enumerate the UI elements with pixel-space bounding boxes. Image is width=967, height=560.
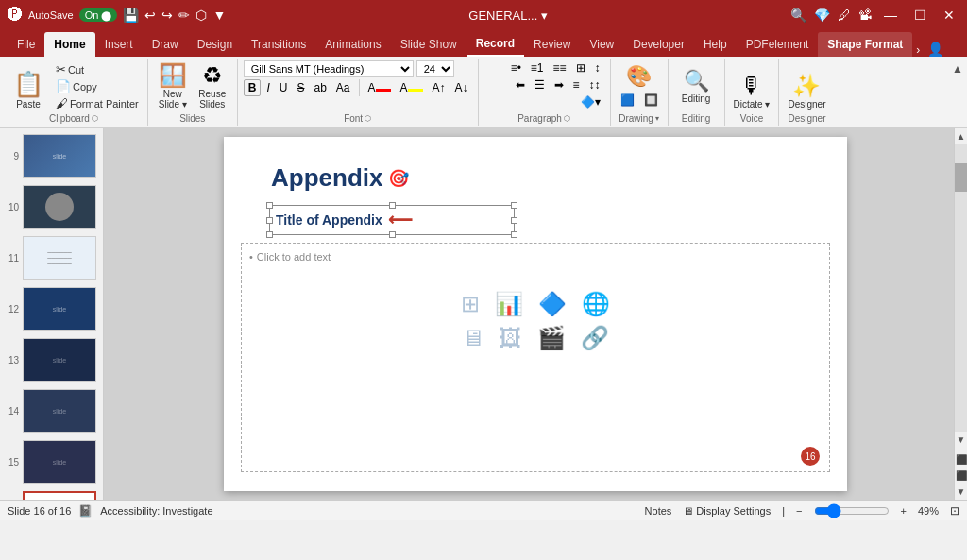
slide-thumb-9[interactable]: 9 slide (4, 132, 99, 179)
video-icon[interactable]: 🎬 (537, 325, 566, 351)
tab-design[interactable]: Design (188, 32, 242, 57)
scroll-track[interactable] (955, 144, 967, 432)
slide-img-10[interactable] (23, 185, 96, 229)
smartart-icon[interactable]: 🔷 (538, 291, 567, 317)
zoom-slider[interactable] (814, 503, 890, 518)
para-expand[interactable]: ⬡ (564, 114, 570, 123)
minimize-btn[interactable]: — (879, 6, 902, 25)
handle-bl[interactable] (266, 231, 273, 238)
justify-button[interactable]: ≡ (569, 77, 584, 93)
font-expand[interactable]: ⬡ (365, 114, 371, 123)
slide-thumb-10[interactable]: 10 (4, 183, 99, 230)
align-left-button[interactable]: ⬅ (512, 77, 529, 93)
slide-thumb-14[interactable]: 14 slide (4, 387, 99, 434)
numbering-button[interactable]: ≡1 (527, 60, 548, 76)
bullets-button[interactable]: ≡• (507, 60, 525, 76)
font-size-decrease[interactable]: A↓ (451, 80, 472, 95)
direction-button[interactable]: ↕ (591, 60, 604, 76)
bold-button[interactable]: B (244, 79, 262, 96)
copy-button[interactable]: 📄Copy (53, 78, 142, 94)
accessibility-text[interactable]: Accessibility: Investigate (100, 505, 212, 517)
tab-transitions[interactable]: Transitions (242, 32, 315, 57)
col-button[interactable]: ⊞ (572, 60, 589, 76)
shapes-icon[interactable]: ⬡ (195, 8, 207, 23)
slide-img-12[interactable]: slide (23, 287, 96, 331)
link-icon[interactable]: 🔗 (581, 325, 609, 351)
scroll-pageup-btn[interactable]: ⬛ (953, 451, 968, 467)
underline-button[interactable]: U (276, 80, 292, 95)
table-icon[interactable]: ⊞ (461, 291, 480, 317)
change-case-button[interactable]: Aa (332, 80, 354, 95)
char-spacing-button[interactable]: ab (310, 80, 330, 95)
slide-thumb-13[interactable]: 13 slide (4, 336, 99, 383)
line-spacing-button[interactable]: ↕↕ (585, 77, 604, 93)
undo-icon[interactable]: ↩ (144, 8, 156, 23)
screenshot-icon[interactable]: 🖥 (462, 325, 484, 351)
drawing-btn1[interactable]: 🟦 (617, 93, 638, 108)
slide-img-11[interactable]: ────────────────── (23, 236, 96, 280)
new-slide-button[interactable]: 🪟 NewSlide ▾ (154, 60, 192, 111)
autosave-badge[interactable]: On ⬤ (79, 8, 118, 22)
handle-bc[interactable] (389, 231, 396, 238)
font-size-select[interactable]: 24 (416, 60, 454, 77)
close-btn[interactable]: ✕ (939, 6, 959, 25)
scroll-bottom-btn[interactable]: ▼ (954, 484, 967, 500)
slide-thumb-15[interactable]: 15 slide (4, 438, 99, 485)
tab-slideshow[interactable]: Slide Show (391, 32, 467, 57)
scroll-up-btn[interactable]: ▲ (954, 128, 967, 144)
cut-button[interactable]: ✂Cut (53, 61, 142, 77)
more-tabs-icon[interactable]: › (916, 43, 920, 57)
slide-img-16[interactable]: Appendix (23, 491, 96, 500)
present-icon[interactable]: 📽 (858, 8, 872, 23)
content-placeholder[interactable]: • Click to add text ⊞ 📊 🔷 🌐 🖥 🖼 🎬 (241, 243, 830, 472)
3d-model-icon[interactable]: 🌐 (582, 291, 610, 317)
font-color-button[interactable]: A (365, 80, 395, 95)
scroll-pagedown-btn[interactable]: ⬛ (953, 467, 968, 484)
tab-file[interactable]: File (8, 32, 44, 57)
font-name-select[interactable]: Gill Sans MT (Headings) (244, 60, 414, 77)
redo-icon[interactable]: ↪ (161, 8, 173, 23)
slide-thumb-16[interactable]: 16 Appendix (4, 489, 99, 500)
zoom-level[interactable]: 49% (918, 505, 939, 517)
tab-pdfelement[interactable]: PDFelement (737, 32, 819, 57)
slide-img-9[interactable]: slide (23, 134, 96, 178)
right-scrollbar[interactable]: ▲ ▼ ⬛ ⬛ ▼ (954, 128, 967, 500)
save-icon[interactable]: 💾 (123, 8, 139, 23)
handle-br[interactable] (511, 231, 517, 238)
picture-icon[interactable]: 🖼 (500, 325, 522, 351)
tab-home[interactable]: Home (44, 32, 94, 57)
diamond-icon[interactable]: 💎 (814, 8, 830, 23)
reuse-slides-button[interactable]: ♻ ReuseSlides (194, 60, 231, 111)
scroll-down-btn[interactable]: ▼ (954, 432, 967, 448)
designer-button[interactable]: ✨ Designer (785, 71, 828, 111)
dictate-button[interactable]: 🎙 Dictate ▾ (731, 71, 773, 111)
handle-tc[interactable] (389, 202, 396, 209)
autosave-toggle[interactable]: ⬤ (101, 10, 111, 21)
tab-shape-format[interactable]: Shape Format (818, 32, 912, 57)
search-icon[interactable]: 🔍 (790, 8, 806, 23)
clipboard-expand[interactable]: ⬡ (92, 114, 98, 123)
scroll-thumb[interactable] (955, 163, 967, 192)
drawing-btn2[interactable]: 🔲 (640, 93, 662, 108)
account-icon[interactable]: 👤 (927, 42, 943, 57)
slide-img-15[interactable]: slide (23, 440, 96, 484)
italic-button[interactable]: I (263, 80, 273, 95)
drawing-expand[interactable]: ▾ (655, 114, 659, 123)
slide-canvas[interactable]: Appendix 🎯 Title of Appendix ⟵ (224, 137, 847, 491)
tab-record[interactable]: Record (467, 32, 524, 57)
zoom-minus-btn[interactable]: − (796, 505, 802, 517)
align-right-button[interactable]: ➡ (551, 77, 568, 93)
pen-icon[interactable]: ✏ (178, 8, 190, 23)
font-size-increase[interactable]: A↑ (429, 80, 450, 95)
filename-dropdown[interactable]: ▾ (541, 8, 548, 23)
handle-tr[interactable] (511, 202, 517, 209)
paste-button[interactable]: 📋 Paste (6, 68, 51, 111)
format-painter-button[interactable]: 🖌Format Painter (53, 95, 142, 111)
convert-to-smartart[interactable]: 🔷▾ (577, 94, 604, 110)
subtitle-textbox[interactable]: Title of Appendix ⟵ (269, 205, 515, 235)
zoom-plus-btn[interactable]: + (901, 505, 907, 517)
tab-review[interactable]: Review (524, 32, 580, 57)
align-center-button[interactable]: ☰ (531, 77, 549, 93)
multilevel-button[interactable]: ≡≡ (550, 60, 570, 76)
maximize-btn[interactable]: ☐ (909, 6, 931, 25)
